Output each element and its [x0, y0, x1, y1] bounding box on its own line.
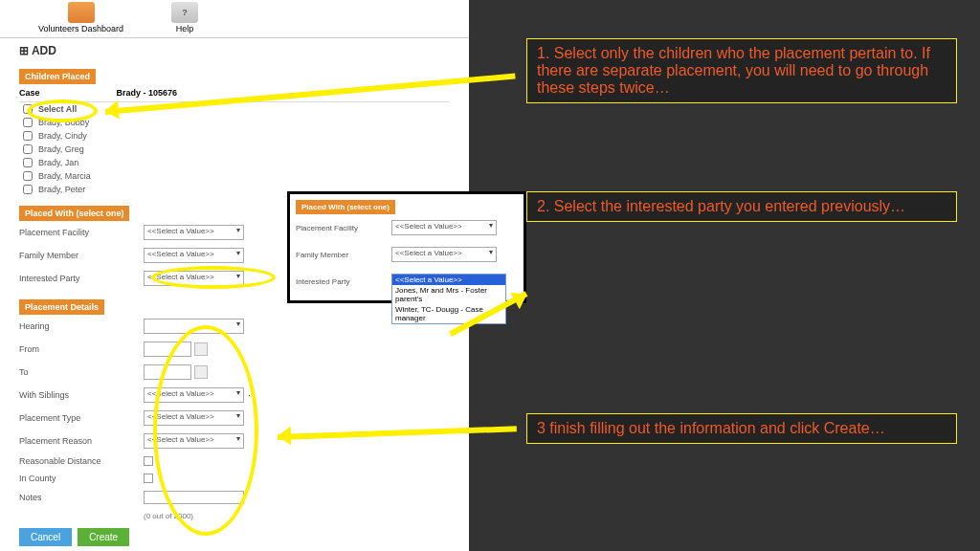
- child-checkbox[interactable]: [23, 185, 33, 194]
- field-label: With Siblings: [19, 390, 144, 400]
- case-label: Case: [19, 88, 40, 98]
- child-row[interactable]: Brady, Bobby: [19, 116, 450, 129]
- child-row[interactable]: Brady, Cindy: [19, 129, 450, 143]
- field-label: Interested Party: [19, 274, 144, 283]
- select-all-label: Select All: [38, 104, 77, 114]
- child-row[interactable]: Brady, Jan: [19, 156, 450, 169]
- child-name: Brady, Peter: [38, 185, 85, 194]
- reasonable-distance-checkbox[interactable]: [144, 456, 153, 466]
- field-label: Reasonable Distance: [19, 456, 144, 466]
- help-icon: ?: [171, 2, 198, 23]
- dashboard-icon: [68, 2, 95, 23]
- volunteers-dashboard-button[interactable]: Volunteers Dashboard: [38, 2, 123, 33]
- child-checkbox[interactable]: [23, 171, 33, 181]
- child-checkbox[interactable]: [23, 118, 33, 127]
- child-name: Brady, Bobby: [38, 118, 89, 127]
- placement-facility-select[interactable]: <<Select a Value>>: [391, 220, 497, 235]
- child-name: Brady, Jan: [38, 158, 78, 167]
- field-label: Interested Party: [296, 277, 391, 286]
- toolbar-label: Volunteers Dashboard: [38, 24, 123, 33]
- section-header: Placed With (select one): [296, 200, 395, 214]
- field-label: Family Member: [296, 251, 391, 259]
- placement-details-section: Placement Details Hearing From To With S…: [19, 299, 450, 550]
- annotation-step-2: 2. Select the interested party you enter…: [526, 191, 957, 222]
- field-label: Notes: [19, 493, 144, 502]
- child-checkbox[interactable]: [23, 158, 33, 167]
- char-counter: (0 out of 2000): [144, 512, 193, 520]
- help-button[interactable]: ? Help: [171, 2, 198, 33]
- child-name: Brady, Cindy: [38, 131, 87, 141]
- child-row[interactable]: Brady, Marcia: [19, 169, 450, 183]
- child-checkbox[interactable]: [23, 144, 33, 154]
- interested-party-select[interactable]: <<Select a Value>>: [144, 271, 244, 286]
- placed-with-popup: Placed With (select one) Placement Facil…: [287, 191, 526, 303]
- placement-reason-select[interactable]: <<Select a Value>>: [144, 433, 244, 449]
- field-label: Family Member: [19, 251, 144, 260]
- interested-party-dropdown[interactable]: <<Select a Value>> Jones, Mr and Mrs - F…: [391, 274, 506, 324]
- required-marker: ·: [248, 390, 251, 401]
- in-county-checkbox[interactable]: [144, 474, 153, 483]
- field-label: Hearing: [19, 321, 144, 331]
- dropdown-option[interactable]: Jones, Mr and Mrs - Foster parent's: [392, 285, 505, 304]
- page-title: ADD: [0, 42, 469, 59]
- family-member-select[interactable]: <<Select a Value>>: [391, 247, 497, 262]
- annotation-step-1: 1. Select only the children who the plac…: [526, 38, 957, 103]
- field-label: In County: [19, 474, 144, 483]
- cancel-button[interactable]: Cancel: [19, 528, 72, 546]
- dropdown-option[interactable]: <<Select a Value>>: [392, 275, 505, 285]
- select-all-checkbox[interactable]: [23, 104, 33, 114]
- field-label: Placement Facility: [19, 228, 144, 237]
- top-toolbar: Volunteers Dashboard ? Help: [0, 0, 469, 35]
- section-header: Placement Details: [19, 299, 104, 315]
- create-button[interactable]: Create: [78, 528, 129, 546]
- toolbar-label: Help: [171, 24, 198, 33]
- annotation-step-3: 3 finish filling out the information and…: [526, 413, 957, 444]
- family-member-select[interactable]: <<Select a Value>>: [144, 248, 244, 263]
- select-all-row[interactable]: Select All: [19, 102, 450, 116]
- field-label: To: [19, 367, 144, 377]
- field-label: Placement Facility: [296, 224, 391, 232]
- field-label: Placement Type: [19, 413, 144, 423]
- dropdown-option[interactable]: Winter, TC- Dougg - Case manager: [392, 304, 505, 323]
- placement-type-select[interactable]: <<Select a Value>>: [144, 410, 244, 426]
- with-siblings-select[interactable]: <<Select a Value>>: [144, 387, 244, 403]
- calendar-icon[interactable]: [194, 365, 208, 379]
- children-placed-section: Children Placed Case Brady - 105676 Sele…: [19, 69, 450, 196]
- field-label: Placement Reason: [19, 436, 144, 446]
- child-name: Brady, Greg: [38, 144, 84, 154]
- hearing-select[interactable]: [144, 319, 244, 334]
- to-date-input[interactable]: [144, 364, 191, 380]
- child-checkbox[interactable]: [23, 131, 33, 141]
- calendar-icon[interactable]: [194, 342, 208, 356]
- notes-input[interactable]: [144, 491, 244, 504]
- from-date-input[interactable]: [144, 342, 191, 357]
- child-row[interactable]: Brady, Greg: [19, 143, 450, 156]
- case-value: Brady - 105676: [117, 88, 178, 98]
- child-name: Brady, Marcia: [38, 171, 91, 181]
- section-header: Placed With (select one): [19, 206, 129, 221]
- placement-facility-select[interactable]: <<Select a Value>>: [144, 225, 244, 240]
- field-label: From: [19, 344, 144, 354]
- section-header: Children Placed: [19, 69, 96, 84]
